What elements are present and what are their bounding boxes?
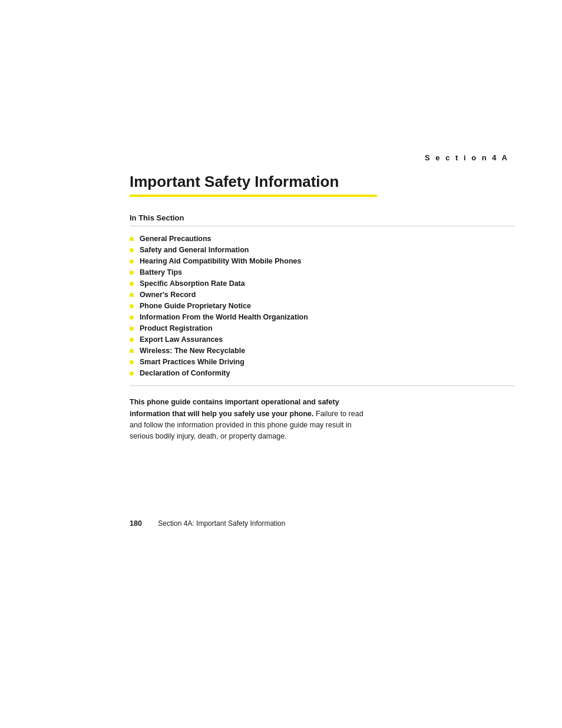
page-container: S e c t i o n 4 A Important Safety Infor… bbox=[0, 0, 562, 728]
list-item-label: Phone Guide Proprietary Notice bbox=[140, 302, 251, 310]
list-item: Battery Tips bbox=[130, 268, 515, 276]
bullet-icon bbox=[130, 327, 134, 331]
description-bold: This phone guide contains important oper… bbox=[130, 398, 339, 417]
list-item-label: Wireless: The New Recyclable bbox=[140, 347, 245, 355]
section-title: Important Safety Information bbox=[130, 173, 515, 191]
list-item-label: Specific Absorption Rate Data bbox=[140, 279, 245, 288]
in-this-section-heading: In This Section bbox=[130, 213, 515, 222]
section-label: S e c t i o n 4 A bbox=[130, 153, 515, 162]
list-item: Owner's Record bbox=[130, 291, 515, 299]
list-item-label: Smart Practices While Driving bbox=[140, 358, 244, 366]
bullet-icon bbox=[130, 371, 134, 375]
title-underline bbox=[130, 195, 377, 197]
list-item: Wireless: The New Recyclable bbox=[130, 347, 515, 355]
list-item-label: Hearing Aid Compatibility With Mobile Ph… bbox=[140, 257, 301, 265]
bullet-icon bbox=[130, 304, 134, 308]
list-item: General Precautions bbox=[130, 235, 515, 243]
list-item-label: Export Law Assurances bbox=[140, 335, 223, 344]
toc-list: General PrecautionsSafety and General In… bbox=[130, 235, 515, 377]
list-item: Hearing Aid Compatibility With Mobile Ph… bbox=[130, 257, 515, 265]
list-item: Specific Absorption Rate Data bbox=[130, 279, 515, 288]
list-item-label: Product Registration bbox=[140, 324, 213, 332]
content-area: S e c t i o n 4 A Important Safety Infor… bbox=[0, 0, 562, 478]
bullet-icon bbox=[130, 349, 134, 353]
bullet-icon bbox=[130, 360, 134, 364]
list-item: Export Law Assurances bbox=[130, 335, 515, 344]
list-item-label: Owner's Record bbox=[140, 291, 196, 299]
page-number: 180 bbox=[130, 519, 142, 528]
list-item: Product Registration bbox=[130, 324, 515, 332]
bullet-icon bbox=[130, 293, 134, 297]
list-item: Information From the World Health Organi… bbox=[130, 313, 515, 321]
list-item-label: Information From the World Health Organi… bbox=[140, 313, 308, 321]
bullet-icon bbox=[130, 338, 134, 342]
bullet-icon bbox=[130, 282, 134, 286]
footer-section-label: Section 4A: Important Safety Information bbox=[158, 519, 285, 528]
bottom-divider bbox=[130, 386, 515, 386]
bullet-icon bbox=[130, 237, 134, 241]
bullet-icon bbox=[130, 259, 134, 263]
list-item: Phone Guide Proprietary Notice bbox=[130, 302, 515, 310]
list-item-label: Battery Tips bbox=[140, 268, 182, 276]
page-footer: 180 Section 4A: Important Safety Informa… bbox=[130, 519, 285, 528]
description-box: This phone guide contains important oper… bbox=[130, 397, 377, 443]
list-item-label: General Precautions bbox=[140, 235, 211, 243]
list-item: Smart Practices While Driving bbox=[130, 358, 515, 366]
top-divider bbox=[130, 226, 515, 226]
bullet-icon bbox=[130, 271, 134, 275]
list-item: Declaration of Conformity bbox=[130, 369, 515, 377]
list-item-label: Declaration of Conformity bbox=[140, 369, 230, 377]
bullet-icon bbox=[130, 315, 134, 319]
bullet-icon bbox=[130, 248, 134, 252]
list-item-label: Safety and General Information bbox=[140, 246, 249, 254]
list-item: Safety and General Information bbox=[130, 246, 515, 254]
